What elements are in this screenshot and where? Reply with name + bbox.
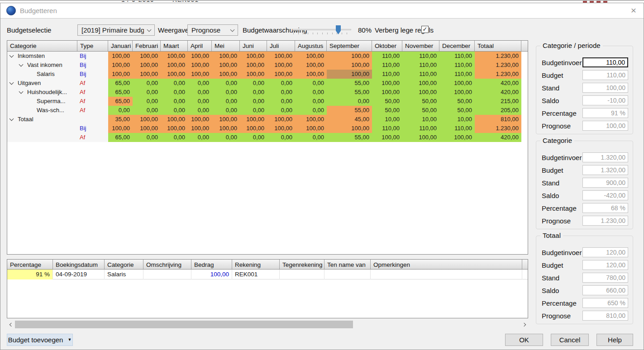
budget-value-cell[interactable]: 100,00 — [267, 52, 295, 61]
field-input-saldo[interactable] — [582, 95, 628, 105]
tree-collapse-icon[interactable] — [19, 62, 24, 67]
budget-column-header-december[interactable]: December — [439, 41, 475, 51]
budget-value-cell[interactable]: 0,00 — [161, 88, 188, 97]
budget-value-cell[interactable]: 100,00 — [212, 52, 240, 61]
budget-value-cell[interactable]: 100,00 — [188, 61, 212, 70]
field-input-prognose[interactable] — [582, 121, 628, 131]
tx-column-header-opmerkingen[interactable]: Opmerkingen — [371, 260, 522, 269]
budget-value-cell[interactable]: 0,00 — [295, 88, 327, 97]
budget-value-cell[interactable]: 10,00 — [372, 115, 402, 124]
budget-value-cell[interactable]: 100,00 — [402, 79, 439, 88]
field-input-budgetinvoer[interactable] — [582, 247, 628, 257]
budget-value-cell[interactable]: 100,00 — [188, 52, 212, 61]
budget-value-cell[interactable]: 100,00 — [267, 61, 295, 70]
budget-value-cell[interactable]: 0,00 — [240, 106, 267, 115]
category-cell-blank[interactable] — [7, 133, 77, 142]
slider-track[interactable] — [292, 29, 351, 30]
category-cell-inkomsten[interactable]: Inkomsten — [7, 52, 77, 61]
budget-value-cell[interactable]: 110,00 — [372, 70, 402, 79]
field-input-stand[interactable] — [582, 83, 628, 93]
budget-value-cell[interactable]: 100,00 — [133, 70, 161, 79]
tx-cell-bedrag[interactable]: 100,00 — [191, 270, 232, 279]
budget-value-cell[interactable]: 110,00 — [439, 52, 475, 61]
budget-value-cell[interactable]: 100,00 — [372, 133, 402, 142]
field-input-saldo[interactable] — [582, 285, 628, 295]
budget-value-cell[interactable]: 0,00 — [188, 106, 212, 115]
budget-value-cell[interactable]: 0,00 — [240, 133, 267, 142]
budget-value-cell[interactable]: 1.230,00 — [475, 52, 521, 61]
budget-value-cell[interactable]: 50,00 — [372, 97, 402, 106]
tx-cell-omschrijving[interactable] — [143, 270, 191, 279]
tx-column-header-omschrijving[interactable]: Omschrijving — [143, 260, 191, 269]
tx-column-header-bedrag[interactable]: Bedrag — [191, 260, 232, 269]
budget-column-header-maart[interactable]: Maart — [161, 41, 188, 51]
budget-value-cell[interactable]: 100,00 — [327, 61, 372, 70]
budget-value-cell[interactable]: 100,00 — [402, 133, 439, 142]
budget-value-cell[interactable]: 100,00 — [327, 124, 372, 133]
budget-value-cell[interactable]: 0,00 — [212, 79, 240, 88]
budget-value-cell[interactable]: 420,00 — [475, 88, 521, 97]
budget-value-cell[interactable]: 0,00 — [295, 79, 327, 88]
budget-value-cell[interactable]: 50,00 — [439, 106, 475, 115]
field-input-stand[interactable] — [582, 273, 628, 283]
tree-collapse-icon[interactable] — [10, 53, 14, 58]
budget-value-cell[interactable]: 100,00 — [161, 52, 188, 61]
tx-cell-boekingsdatum[interactable]: 04-09-2019 — [53, 270, 105, 279]
budget-value-cell[interactable]: 0,00 — [133, 79, 161, 88]
budget-value-cell[interactable]: 10,00 — [402, 115, 439, 124]
horizontal-scrollbar[interactable] — [7, 321, 528, 328]
budget-column-header-november[interactable]: November — [402, 41, 439, 51]
budget-value-cell[interactable]: 0,00 — [161, 97, 188, 106]
budget-value-cell[interactable]: 0,00 — [295, 133, 327, 142]
budget-value-cell[interactable]: 420,00 — [475, 133, 521, 142]
budget-value-cell[interactable]: 100,00 — [240, 115, 267, 124]
view-dropdown[interactable]: Prognose — [187, 24, 238, 36]
budget-value-cell[interactable]: 1.230,00 — [475, 70, 521, 79]
field-input-stand[interactable] — [582, 178, 628, 188]
budget-value-cell[interactable]: 55,00 — [327, 88, 372, 97]
tx-cell-tegenrekening[interactable] — [280, 270, 324, 279]
tree-collapse-icon[interactable] — [10, 80, 14, 85]
budget-value-cell[interactable]: 100,00 — [108, 52, 133, 61]
cancel-button[interactable]: Cancel — [551, 334, 589, 346]
help-button[interactable]: Help — [596, 334, 633, 346]
field-input-budget[interactable] — [582, 165, 628, 175]
budget-value-cell[interactable]: 100,00 — [295, 52, 327, 61]
budget-value-cell[interactable]: 100,00 — [327, 70, 372, 79]
budget-value-cell[interactable]: 110,00 — [402, 70, 439, 79]
budget-value-cell[interactable]: 0,00 — [327, 97, 372, 106]
scroll-left-icon[interactable] — [7, 321, 14, 328]
budget-value-cell[interactable]: 100,00 — [267, 124, 295, 133]
budget-value-cell[interactable]: 100,00 — [133, 115, 161, 124]
budget-value-cell[interactable]: 45,00 — [327, 115, 372, 124]
budget-column-header-mei[interactable]: Mei — [212, 41, 240, 51]
tx-cell-ten-name-van[interactable] — [324, 270, 371, 279]
budget-value-cell[interactable]: 420,00 — [475, 79, 521, 88]
budget-value-cell[interactable]: 100,00 — [439, 79, 475, 88]
budget-value-cell[interactable]: 0,00 — [267, 97, 295, 106]
tx-column-header-categorie[interactable]: Categorie — [105, 260, 143, 269]
budget-value-cell[interactable]: 215,00 — [475, 97, 521, 106]
tx-cell-opmerkingen[interactable] — [371, 270, 522, 279]
budget-value-cell[interactable]: 100,00 — [240, 70, 267, 79]
budget-value-cell[interactable]: 110,00 — [372, 52, 402, 61]
budget-value-cell[interactable]: 0,00 — [267, 106, 295, 115]
budget-value-cell[interactable]: 0,00 — [267, 133, 295, 142]
budget-value-cell[interactable]: 110,00 — [439, 61, 475, 70]
category-cell-was-sch[interactable]: Was-sch... — [7, 106, 77, 115]
budget-value-cell[interactable]: 50,00 — [372, 106, 402, 115]
tx-cell-categorie[interactable]: Salaris — [105, 270, 143, 279]
budget-column-header-categorie[interactable]: Categorie — [7, 41, 77, 51]
tx-cell-rekening[interactable]: REK001 — [232, 270, 280, 279]
category-cell-totaal[interactable]: Totaal — [7, 115, 77, 124]
budget-value-cell[interactable]: 65,00 — [108, 97, 133, 106]
add-budget-button[interactable]: Budget toevoegen ▼ — [7, 334, 73, 346]
budget-value-cell[interactable]: 50,00 — [402, 106, 439, 115]
tx-column-header-tegenrekening[interactable]: Tegenrekening — [280, 260, 324, 269]
tx-column-header-ten-name-van[interactable]: Ten name van — [324, 260, 371, 269]
category-cell-huishoudelijk[interactable]: Huishoudelijk... — [7, 88, 77, 97]
budget-value-cell[interactable]: 0,00 — [161, 133, 188, 142]
scrollbar-thumb[interactable] — [15, 321, 353, 328]
field-input-percentage[interactable] — [582, 203, 628, 213]
budget-value-cell[interactable]: 65,00 — [108, 79, 133, 88]
